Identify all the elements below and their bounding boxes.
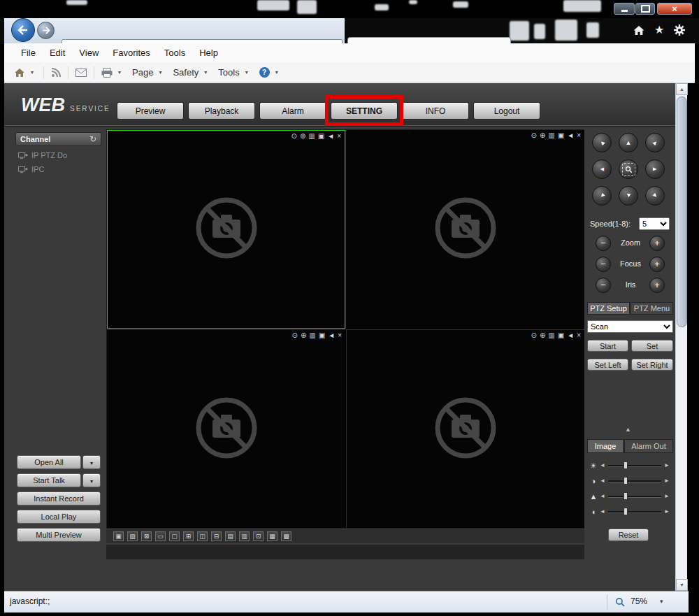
zoom-level[interactable]: 75% bbox=[630, 596, 647, 606]
scroll-down-button[interactable]: ▼ bbox=[676, 579, 688, 591]
close-icon[interactable]: × bbox=[577, 131, 581, 140]
home-icon[interactable] bbox=[633, 25, 645, 36]
set-button[interactable]: Set bbox=[631, 340, 673, 352]
home-icon[interactable] bbox=[14, 68, 25, 78]
zoom-plus-button[interactable]: + bbox=[649, 236, 665, 251]
channel-refresh-icon[interactable]: ↻ bbox=[89, 134, 96, 144]
ptz-up-right-button[interactable]: ▲ bbox=[645, 133, 665, 152]
slider-decrease-icon[interactable]: ◄ bbox=[600, 491, 605, 502]
view-13-icon[interactable]: ▥ bbox=[239, 531, 250, 541]
safety-dropdown-icon[interactable]: ▾ bbox=[204, 69, 207, 76]
start-button[interactable]: Start bbox=[587, 340, 628, 352]
multi-preview-button[interactable]: Multi Preview bbox=[17, 528, 101, 542]
focus-plus-button[interactable]: + bbox=[649, 257, 665, 272]
print-dropdown-icon[interactable]: ▾ bbox=[118, 69, 121, 76]
tools-menu-button[interactable]: Tools bbox=[218, 67, 239, 78]
ptz-left-button[interactable]: ▲ bbox=[592, 159, 612, 179]
ptz-right-button[interactable]: ▲ bbox=[645, 159, 665, 179]
menu-file[interactable]: File bbox=[14, 48, 43, 58]
tab-info[interactable]: INFO bbox=[402, 102, 469, 120]
hue-slider[interactable] bbox=[608, 511, 661, 513]
start-talk-button[interactable]: Start Talk bbox=[17, 473, 81, 487]
audio-icon[interactable]: ◄ bbox=[567, 331, 574, 340]
ptz-up-button[interactable]: ▲ bbox=[619, 133, 638, 152]
audio-icon[interactable]: ◄ bbox=[327, 132, 334, 141]
saturation-slider[interactable] bbox=[608, 496, 661, 498]
zoom-icon[interactable] bbox=[615, 597, 625, 607]
start-talk-dropdown[interactable]: ▾ bbox=[82, 473, 101, 487]
slider-handle[interactable] bbox=[624, 508, 628, 515]
help-dropdown-icon[interactable]: ▾ bbox=[275, 69, 278, 76]
open-all-button[interactable]: Open All bbox=[17, 455, 81, 469]
safety-menu-button[interactable]: Safety bbox=[173, 67, 199, 78]
open-all-dropdown[interactable]: ▾ bbox=[82, 455, 101, 469]
close-icon[interactable]: × bbox=[337, 132, 341, 141]
instant-record-button[interactable]: Instant Record bbox=[17, 492, 101, 506]
scroll-up-button[interactable]: ▲ bbox=[676, 83, 688, 95]
ptz-up-left-button[interactable]: ▲ bbox=[592, 133, 612, 152]
favorites-star-icon[interactable]: ★ bbox=[654, 23, 664, 36]
alarm-out-tab[interactable]: Alarm Out bbox=[624, 439, 673, 453]
ptz-down-button[interactable]: ▲ bbox=[619, 186, 638, 206]
ptz-menu-tab[interactable]: PTZ Menu bbox=[630, 302, 673, 315]
local-record-icon[interactable]: ▥ bbox=[309, 331, 315, 340]
menu-edit[interactable]: Edit bbox=[43, 48, 72, 58]
slider-increase-icon[interactable]: ► bbox=[664, 491, 670, 502]
digital-zoom-icon[interactable]: ⊕ bbox=[540, 331, 545, 340]
view-8-icon[interactable]: ⊟ bbox=[211, 531, 222, 541]
tab-logout[interactable]: Logout bbox=[473, 102, 540, 120]
view-1-icon[interactable]: ▢ bbox=[169, 531, 180, 541]
mail-icon[interactable] bbox=[75, 69, 87, 77]
collapse-panel-icon[interactable]: ▲ bbox=[625, 426, 631, 433]
contrast-slider[interactable] bbox=[608, 480, 661, 482]
video-panel-2[interactable]: ⊙ ⊕ ▥ ▣ ◄ × bbox=[346, 130, 584, 329]
menu-tools[interactable]: Tools bbox=[157, 48, 192, 58]
ptz-function-select[interactable]: Scan bbox=[587, 320, 673, 333]
fisheye-icon[interactable]: ⊙ bbox=[531, 131, 537, 140]
view-4-icon[interactable]: ⊞ bbox=[183, 531, 194, 541]
slider-increase-icon[interactable]: ► bbox=[664, 475, 670, 487]
snapshot-icon[interactable]: ▣ bbox=[558, 131, 564, 140]
set-right-button[interactable]: Set Right bbox=[631, 359, 673, 371]
snapshot-icon[interactable]: ▣ bbox=[319, 331, 325, 340]
scrollbar-thumb[interactable] bbox=[677, 96, 687, 327]
close-button[interactable]: × bbox=[657, 3, 692, 15]
zoom-dropdown-icon[interactable]: ▾ bbox=[660, 598, 663, 605]
slider-handle[interactable] bbox=[624, 461, 628, 469]
close-icon[interactable]: × bbox=[338, 331, 342, 340]
fisheye-icon[interactable]: ⊙ bbox=[291, 132, 297, 141]
digital-zoom-icon[interactable]: ⊕ bbox=[300, 132, 305, 141]
snapshot-icon[interactable]: ▣ bbox=[558, 331, 564, 340]
view-6-icon[interactable]: ◫ bbox=[197, 531, 208, 541]
video-panel-4[interactable]: ⊙ ⊕ ▥ ▣ ◄ × bbox=[346, 329, 584, 528]
slider-decrease-icon[interactable]: ◄ bbox=[600, 460, 605, 471]
menu-help[interactable]: Help bbox=[192, 48, 225, 58]
audio-icon[interactable]: ◄ bbox=[328, 331, 335, 340]
brightness-slider[interactable] bbox=[608, 465, 661, 467]
speed-select[interactable]: 5 bbox=[639, 217, 670, 230]
local-play-button[interactable]: Local Play bbox=[17, 510, 101, 524]
tab-preview[interactable]: Preview bbox=[117, 102, 184, 120]
tab-playback[interactable]: Playback bbox=[188, 102, 255, 120]
help-icon[interactable]: ? bbox=[259, 67, 270, 78]
channel-item-ipptz[interactable]: IP PTZ Do bbox=[18, 150, 67, 160]
image-tab[interactable]: Image bbox=[587, 439, 624, 453]
menu-view[interactable]: View bbox=[72, 48, 106, 58]
fullscreen-icon[interactable]: ⊠ bbox=[141, 531, 152, 541]
slider-decrease-icon[interactable]: ◄ bbox=[600, 506, 605, 517]
ratio-icon[interactable]: ▭ bbox=[155, 531, 166, 541]
close-icon[interactable]: × bbox=[577, 331, 581, 340]
view-9-icon[interactable]: ▤ bbox=[225, 531, 236, 541]
tab-alarm[interactable]: Alarm bbox=[259, 102, 326, 120]
digital-zoom-icon[interactable]: ⊕ bbox=[301, 331, 306, 340]
tools-dropdown-icon[interactable]: ▾ bbox=[245, 69, 248, 76]
view-20-icon[interactable]: ▦ bbox=[267, 531, 278, 541]
fisheye-icon[interactable]: ⊙ bbox=[292, 331, 298, 340]
reset-button[interactable]: Reset bbox=[608, 529, 649, 541]
slider-decrease-icon[interactable]: ◄ bbox=[600, 475, 605, 487]
local-record-icon[interactable]: ▥ bbox=[548, 131, 554, 140]
page-dropdown-icon[interactable]: ▾ bbox=[159, 69, 161, 76]
ptz-position-button[interactable] bbox=[619, 159, 638, 179]
set-left-button[interactable]: Set Left bbox=[587, 359, 628, 371]
forward-button[interactable] bbox=[37, 22, 55, 39]
